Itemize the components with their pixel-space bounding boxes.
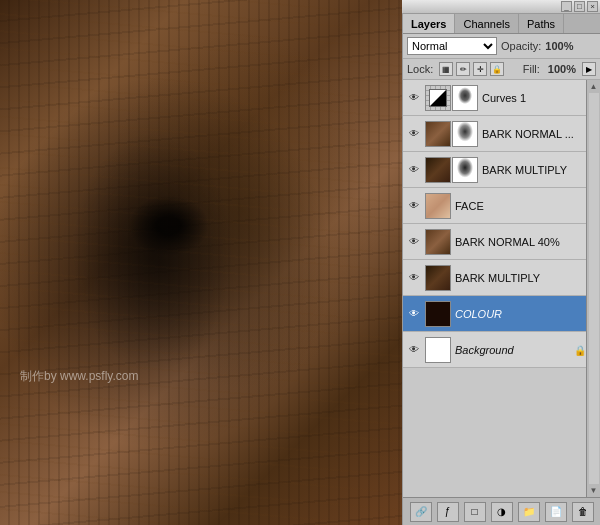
- layer-thumbnails: [425, 193, 451, 219]
- blend-mode-select[interactable]: Normal: [407, 37, 497, 55]
- layer-thumb-image: [425, 229, 451, 255]
- lock-pixel-button[interactable]: ✏: [456, 62, 470, 76]
- layer-thumb-background: [425, 337, 451, 363]
- layer-name: Curves 1: [482, 92, 584, 104]
- lock-all-button[interactable]: 🔒: [490, 62, 504, 76]
- minimize-button[interactable]: _: [561, 1, 572, 12]
- scroll-up-arrow[interactable]: ▲: [590, 82, 598, 91]
- visibility-toggle[interactable]: 👁: [405, 161, 423, 179]
- canvas-image: [0, 0, 402, 525]
- layer-thumbnails: [425, 337, 451, 363]
- tab-paths[interactable]: Paths: [519, 14, 564, 33]
- layers-scroll-container: 👁 Curves 1 👁: [403, 80, 600, 497]
- fill-label: Fill:: [523, 63, 540, 75]
- layer-item[interactable]: 👁 FACE: [403, 188, 586, 224]
- visibility-toggle[interactable]: 👁: [405, 305, 423, 323]
- blend-opacity-row: Normal Opacity: 100%: [403, 34, 600, 59]
- lock-icons-group: ▦ ✏ ✛ 🔒: [439, 62, 504, 76]
- fill-expand-button[interactable]: ▶: [582, 62, 596, 76]
- panel-tabs: Layers Channels Paths: [403, 14, 600, 34]
- window-chrome: _ □ ×: [402, 0, 600, 14]
- layer-thumb-mask: [452, 121, 478, 147]
- layer-thumbnails: [425, 121, 478, 147]
- tab-channels[interactable]: Channels: [455, 14, 518, 33]
- visibility-toggle[interactable]: 👁: [405, 233, 423, 251]
- layer-thumbnails: [425, 157, 478, 183]
- layer-thumb-image: [425, 121, 451, 147]
- layer-item[interactable]: 👁 Background 🔒: [403, 332, 586, 368]
- layer-thumb-image: [425, 157, 451, 183]
- layer-item[interactable]: 👁 Curves 1: [403, 80, 586, 116]
- scroll-down-arrow[interactable]: ▼: [590, 486, 598, 495]
- visibility-toggle[interactable]: 👁: [405, 269, 423, 287]
- visibility-toggle[interactable]: 👁: [405, 125, 423, 143]
- lock-icon: 🔒: [574, 345, 584, 355]
- layer-thumb-image: [425, 193, 451, 219]
- delete-layer-button[interactable]: 🗑: [572, 502, 594, 522]
- layer-item[interactable]: 👁 BARK NORMAL ...: [403, 116, 586, 152]
- visibility-toggle[interactable]: 👁: [405, 197, 423, 215]
- layers-list: 👁 Curves 1 👁: [403, 80, 586, 497]
- layer-thumb-image: [425, 265, 451, 291]
- link-layers-button[interactable]: 🔗: [410, 502, 432, 522]
- lock-fill-row: Lock: ▦ ✏ ✛ 🔒 Fill: 100% ▶: [403, 59, 600, 80]
- layer-thumbnails: [425, 265, 451, 291]
- layer-name: Background: [455, 344, 572, 356]
- scroll-track[interactable]: [589, 93, 599, 484]
- visibility-toggle[interactable]: 👁: [405, 89, 423, 107]
- layer-thumb-colour: [425, 301, 451, 327]
- tab-layers[interactable]: Layers: [403, 14, 455, 33]
- opacity-label: Opacity:: [501, 40, 541, 52]
- new-group-button[interactable]: 📁: [518, 502, 540, 522]
- layer-name: BARK MULTIPLY: [455, 272, 584, 284]
- lock-transparent-button[interactable]: ▦: [439, 62, 453, 76]
- close-button[interactable]: ×: [587, 1, 598, 12]
- layer-name: BARK MULTIPLY: [482, 164, 584, 176]
- layer-item[interactable]: 👁 BARK MULTIPLY: [403, 260, 586, 296]
- vertical-scrollbar[interactable]: ▲ ▼: [586, 80, 600, 497]
- lock-label: Lock:: [407, 63, 433, 75]
- layer-name: BARK NORMAL ...: [482, 128, 584, 140]
- fill-value: 100%: [548, 63, 576, 75]
- new-adjustment-button[interactable]: ◑: [491, 502, 513, 522]
- layer-thumbnails: [425, 85, 478, 111]
- visibility-toggle[interactable]: 👁: [405, 341, 423, 359]
- maximize-button[interactable]: □: [574, 1, 585, 12]
- layer-item[interactable]: 👁 BARK MULTIPLY: [403, 152, 586, 188]
- add-mask-button[interactable]: □: [464, 502, 486, 522]
- layer-thumb-mask: [452, 85, 478, 111]
- layer-thumb-adjustment: [425, 85, 451, 111]
- opacity-value: 100%: [545, 40, 573, 52]
- layer-item-selected[interactable]: 👁 COLOUR: [403, 296, 586, 332]
- layer-name: FACE: [455, 200, 584, 212]
- watermark: 制作by www.psfly.com: [20, 368, 138, 385]
- layer-thumbnails: [425, 229, 451, 255]
- main-container: 制作by www.psfly.com _ □ × Layers Channels…: [0, 0, 600, 525]
- canvas-area: 制作by www.psfly.com: [0, 0, 402, 525]
- new-layer-button[interactable]: 📄: [545, 502, 567, 522]
- layer-name: COLOUR: [455, 308, 584, 320]
- layer-item[interactable]: 👁 BARK NORMAL 40%: [403, 224, 586, 260]
- layer-effects-button[interactable]: ƒ: [437, 502, 459, 522]
- layer-name: BARK NORMAL 40%: [455, 236, 584, 248]
- lock-move-button[interactable]: ✛: [473, 62, 487, 76]
- panel-bottom-toolbar: 🔗 ƒ □ ◑ 📁 📄 🗑: [403, 497, 600, 525]
- layer-thumb-mask: [452, 157, 478, 183]
- layer-thumbnails: [425, 301, 451, 327]
- layers-panel: _ □ × Layers Channels Paths Normal Opaci…: [402, 0, 600, 525]
